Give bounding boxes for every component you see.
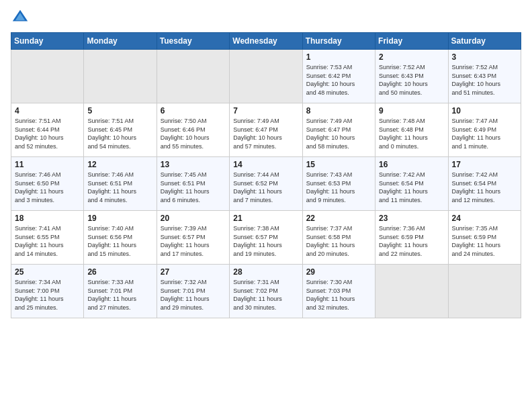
calendar-header: SundayMondayTuesdayWednesdayThursdayFrid… — [11, 33, 521, 50]
day-number: 19 — [87, 214, 152, 223]
day-number: 25 — [15, 267, 80, 277]
day-info: Sunrise: 7:50 AM Sunset: 6:46 PM Dayligh… — [161, 117, 226, 150]
day-info: Sunrise: 7:41 AM Sunset: 6:55 PM Dayligh… — [15, 224, 80, 258]
day-number: 22 — [306, 214, 371, 223]
weekday-header: Monday — [84, 33, 157, 50]
calendar-week-row: 25Sunrise: 7:34 AM Sunset: 7:00 PM Dayli… — [11, 265, 521, 318]
day-number: 26 — [87, 267, 152, 277]
day-info: Sunrise: 7:32 AM Sunset: 7:01 PM Dayligh… — [161, 278, 226, 312]
day-number: 24 — [452, 214, 517, 223]
calendar-cell: 25Sunrise: 7:34 AM Sunset: 7:00 PM Dayli… — [11, 265, 84, 318]
day-number: 16 — [379, 160, 444, 169]
weekday-header: Friday — [375, 33, 448, 50]
day-info: Sunrise: 7:33 AM Sunset: 7:01 PM Dayligh… — [87, 278, 152, 312]
day-number: 28 — [233, 267, 298, 277]
calendar-body: 1Sunrise: 7:53 AM Sunset: 6:42 PM Daylig… — [11, 50, 521, 318]
day-info: Sunrise: 7:52 AM Sunset: 6:43 PM Dayligh… — [452, 63, 517, 97]
calendar-cell: 7Sunrise: 7:49 AM Sunset: 6:47 PM Daylig… — [230, 103, 302, 157]
day-number: 2 — [379, 52, 444, 62]
calendar-cell: 23Sunrise: 7:36 AM Sunset: 6:59 PM Dayli… — [375, 211, 448, 265]
day-info: Sunrise: 7:31 AM Sunset: 7:02 PM Dayligh… — [233, 278, 298, 312]
day-number: 14 — [233, 160, 298, 169]
day-info: Sunrise: 7:37 AM Sunset: 6:58 PM Dayligh… — [306, 224, 371, 258]
day-info: Sunrise: 7:46 AM Sunset: 6:51 PM Dayligh… — [87, 171, 152, 204]
day-info: Sunrise: 7:48 AM Sunset: 6:48 PM Dayligh… — [379, 117, 444, 150]
day-number: 15 — [306, 160, 371, 169]
day-number: 20 — [161, 214, 226, 223]
day-number: 3 — [452, 52, 517, 62]
weekday-header: Saturday — [448, 33, 521, 50]
calendar-cell — [375, 265, 448, 318]
calendar-cell: 6Sunrise: 7:50 AM Sunset: 6:46 PM Daylig… — [157, 103, 229, 157]
calendar-cell: 13Sunrise: 7:45 AM Sunset: 6:51 PM Dayli… — [157, 157, 229, 211]
calendar-cell: 29Sunrise: 7:30 AM Sunset: 7:03 PM Dayli… — [302, 265, 375, 318]
day-number: 5 — [87, 106, 152, 116]
day-info: Sunrise: 7:51 AM Sunset: 6:44 PM Dayligh… — [15, 117, 80, 150]
day-info: Sunrise: 7:35 AM Sunset: 6:59 PM Dayligh… — [452, 224, 517, 258]
day-number: 23 — [379, 214, 444, 223]
day-info: Sunrise: 7:52 AM Sunset: 6:43 PM Dayligh… — [379, 63, 444, 97]
calendar-cell: 8Sunrise: 7:49 AM Sunset: 6:47 PM Daylig… — [302, 103, 375, 157]
day-info: Sunrise: 7:40 AM Sunset: 6:56 PM Dayligh… — [87, 224, 152, 258]
calendar-week-row: 18Sunrise: 7:41 AM Sunset: 6:55 PM Dayli… — [11, 211, 521, 265]
weekday-header: Sunday — [11, 33, 84, 50]
calendar-cell: 19Sunrise: 7:40 AM Sunset: 6:56 PM Dayli… — [84, 211, 157, 265]
day-info: Sunrise: 7:45 AM Sunset: 6:51 PM Dayligh… — [161, 171, 226, 204]
day-info: Sunrise: 7:34 AM Sunset: 7:00 PM Dayligh… — [15, 278, 80, 312]
calendar-cell: 27Sunrise: 7:32 AM Sunset: 7:01 PM Dayli… — [157, 265, 229, 318]
day-number: 11 — [15, 160, 80, 169]
day-info: Sunrise: 7:47 AM Sunset: 6:49 PM Dayligh… — [452, 117, 517, 150]
day-number: 8 — [306, 106, 371, 116]
day-info: Sunrise: 7:53 AM Sunset: 6:42 PM Dayligh… — [306, 63, 371, 97]
calendar-cell: 21Sunrise: 7:38 AM Sunset: 6:57 PM Dayli… — [230, 211, 302, 265]
day-info: Sunrise: 7:49 AM Sunset: 6:47 PM Dayligh… — [233, 117, 298, 150]
day-number: 9 — [379, 106, 444, 116]
day-info: Sunrise: 7:42 AM Sunset: 6:54 PM Dayligh… — [379, 171, 444, 204]
calendar-cell: 10Sunrise: 7:47 AM Sunset: 6:49 PM Dayli… — [448, 103, 521, 157]
calendar-cell: 12Sunrise: 7:46 AM Sunset: 6:51 PM Dayli… — [84, 157, 157, 211]
calendar-cell: 2Sunrise: 7:52 AM Sunset: 6:43 PM Daylig… — [375, 50, 448, 103]
day-number: 21 — [233, 214, 298, 223]
calendar-cell: 9Sunrise: 7:48 AM Sunset: 6:48 PM Daylig… — [375, 103, 448, 157]
calendar-cell — [84, 50, 157, 103]
weekday-header: Tuesday — [157, 33, 229, 50]
calendar-cell: 28Sunrise: 7:31 AM Sunset: 7:02 PM Dayli… — [230, 265, 302, 318]
calendar-cell: 22Sunrise: 7:37 AM Sunset: 6:58 PM Dayli… — [302, 211, 375, 265]
day-number: 13 — [161, 160, 226, 169]
calendar-cell: 5Sunrise: 7:51 AM Sunset: 6:45 PM Daylig… — [84, 103, 157, 157]
weekday-header: Thursday — [302, 33, 375, 50]
calendar-cell: 20Sunrise: 7:39 AM Sunset: 6:57 PM Dayli… — [157, 211, 229, 265]
calendar-week-row: 4Sunrise: 7:51 AM Sunset: 6:44 PM Daylig… — [11, 103, 521, 157]
calendar-cell: 18Sunrise: 7:41 AM Sunset: 6:55 PM Dayli… — [11, 211, 84, 265]
logo — [11, 8, 32, 27]
day-info: Sunrise: 7:51 AM Sunset: 6:45 PM Dayligh… — [87, 117, 152, 150]
day-info: Sunrise: 7:39 AM Sunset: 6:57 PM Dayligh… — [161, 224, 226, 258]
calendar-week-row: 1Sunrise: 7:53 AM Sunset: 6:42 PM Daylig… — [11, 50, 521, 103]
calendar-cell — [11, 50, 84, 103]
calendar-cell: 15Sunrise: 7:43 AM Sunset: 6:53 PM Dayli… — [302, 157, 375, 211]
calendar-cell: 26Sunrise: 7:33 AM Sunset: 7:01 PM Dayli… — [84, 265, 157, 318]
calendar-table: SundayMondayTuesdayWednesdayThursdayFrid… — [11, 32, 521, 318]
calendar-cell: 11Sunrise: 7:46 AM Sunset: 6:50 PM Dayli… — [11, 157, 84, 211]
day-number: 6 — [161, 106, 226, 116]
calendar-cell: 16Sunrise: 7:42 AM Sunset: 6:54 PM Dayli… — [375, 157, 448, 211]
calendar-cell: 17Sunrise: 7:42 AM Sunset: 6:54 PM Dayli… — [448, 157, 521, 211]
page: SundayMondayTuesdayWednesdayThursdayFrid… — [0, 0, 532, 411]
calendar-cell: 1Sunrise: 7:53 AM Sunset: 6:42 PM Daylig… — [302, 50, 375, 103]
calendar-cell: 24Sunrise: 7:35 AM Sunset: 6:59 PM Dayli… — [448, 211, 521, 265]
day-number: 17 — [452, 160, 517, 169]
day-info: Sunrise: 7:42 AM Sunset: 6:54 PM Dayligh… — [452, 171, 517, 204]
calendar-cell — [157, 50, 229, 103]
day-info: Sunrise: 7:44 AM Sunset: 6:52 PM Dayligh… — [233, 171, 298, 204]
calendar-cell: 4Sunrise: 7:51 AM Sunset: 6:44 PM Daylig… — [11, 103, 84, 157]
calendar-cell: 14Sunrise: 7:44 AM Sunset: 6:52 PM Dayli… — [230, 157, 302, 211]
day-number: 27 — [161, 267, 226, 277]
day-info: Sunrise: 7:49 AM Sunset: 6:47 PM Dayligh… — [306, 117, 371, 150]
day-number: 10 — [452, 106, 517, 116]
day-info: Sunrise: 7:43 AM Sunset: 6:53 PM Dayligh… — [306, 171, 371, 204]
calendar-cell — [230, 50, 302, 103]
day-info: Sunrise: 7:46 AM Sunset: 6:50 PM Dayligh… — [15, 171, 80, 204]
header — [11, 8, 521, 27]
day-number: 29 — [306, 267, 371, 277]
day-info: Sunrise: 7:38 AM Sunset: 6:57 PM Dayligh… — [233, 224, 298, 258]
